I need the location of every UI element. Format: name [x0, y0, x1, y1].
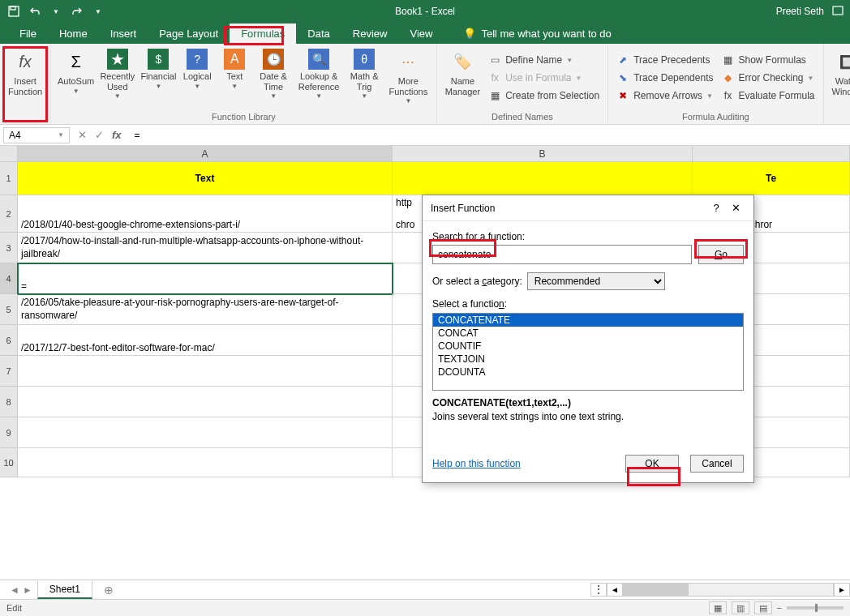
- name-box-dropdown-icon[interactable]: ▼: [58, 131, 64, 139]
- page-break-view-icon[interactable]: ▤: [754, 601, 772, 614]
- function-list-item[interactable]: DCOUNTA: [433, 366, 743, 379]
- user-name[interactable]: Preeti Seth: [776, 6, 824, 17]
- cell-a10[interactable]: [18, 448, 393, 477]
- row-header[interactable]: 1: [0, 162, 18, 195]
- scroll-thumb[interactable]: [624, 584, 689, 596]
- name-manager-button[interactable]: 🏷️Name Manager: [442, 45, 483, 110]
- sheet-nav-next-icon[interactable]: ►: [23, 584, 32, 596]
- search-function-input[interactable]: [432, 245, 692, 264]
- row-header[interactable]: 10: [0, 448, 18, 477]
- column-header-c[interactable]: [693, 146, 850, 162]
- tab-home[interactable]: Home: [48, 24, 99, 44]
- scroll-right-icon[interactable]: ►: [834, 583, 850, 597]
- formula-input[interactable]: =: [130, 128, 850, 143]
- more-functions-button[interactable]: ⋯More Functions▼: [385, 45, 431, 110]
- sheet-nav-prev-icon[interactable]: ◄: [10, 584, 19, 596]
- lookup-reference-button[interactable]: 🔍Lookup & Reference▼: [294, 45, 343, 110]
- zoom-slider[interactable]: [787, 606, 844, 610]
- cell-a4[interactable]: =: [18, 263, 393, 294]
- date-time-button[interactable]: 🕒Date & Time▼: [254, 45, 293, 110]
- row-header[interactable]: 5: [0, 294, 18, 325]
- cell-b1[interactable]: [393, 162, 693, 195]
- name-box[interactable]: A4▼: [3, 127, 70, 143]
- financial-button[interactable]: $Financial▼: [140, 45, 178, 110]
- function-list-item[interactable]: CONCAT: [433, 327, 743, 340]
- function-list-item[interactable]: CONCATENATE: [433, 314, 743, 327]
- redo-icon[interactable]: [70, 4, 84, 19]
- watch-window-button[interactable]: 🔲Watch Window: [829, 45, 850, 110]
- error-checking-button[interactable]: ◆Error Checking ▼: [718, 70, 818, 86]
- row-header[interactable]: 4: [0, 263, 18, 294]
- undo-icon[interactable]: [28, 4, 42, 19]
- enter-formula-icon[interactable]: ✓: [95, 129, 104, 141]
- autosum-button[interactable]: ΣAutoSum▼: [56, 45, 96, 110]
- category-select[interactable]: Recommended: [527, 272, 665, 290]
- row-header[interactable]: 3: [0, 233, 18, 263]
- select-all-corner[interactable]: [0, 146, 18, 162]
- tab-file[interactable]: File: [8, 24, 48, 44]
- function-list[interactable]: CONCATENATE CONCAT COUNTIF TEXTJOIN DCOU…: [432, 313, 744, 391]
- math-trig-button[interactable]: θMath & Trig▼: [345, 45, 384, 110]
- tab-data[interactable]: Data: [296, 24, 341, 44]
- define-name-button[interactable]: ▭Define Name ▼: [485, 52, 603, 68]
- cell-a1[interactable]: Text: [18, 162, 393, 195]
- trace-precedents-button[interactable]: ⬈Trace Precedents: [613, 52, 716, 68]
- fx-formula-icon[interactable]: fx: [112, 129, 122, 141]
- cell-a8[interactable]: [18, 387, 393, 417]
- go-button[interactable]: Go: [698, 245, 744, 264]
- tab-review[interactable]: Review: [341, 24, 399, 44]
- qat-customize-icon[interactable]: ▼: [91, 4, 105, 19]
- row-header[interactable]: 8: [0, 387, 18, 417]
- cancel-formula-icon[interactable]: ✕: [78, 129, 87, 141]
- function-list-item[interactable]: TEXTJOIN: [433, 353, 743, 366]
- create-from-selection-button[interactable]: ▦Create from Selection: [485, 88, 603, 104]
- page-layout-view-icon[interactable]: ▥: [732, 601, 749, 614]
- add-sheet-button[interactable]: ⊕: [97, 584, 120, 597]
- ribbon-display-icon[interactable]: [832, 6, 844, 18]
- tell-me-search[interactable]: 💡 Tell me what you want to do: [458, 24, 616, 44]
- cell-a2[interactable]: /2018/01/40-best-google-chrome-extension…: [18, 195, 393, 233]
- logical-button[interactable]: ?Logical▼: [179, 45, 215, 110]
- search-label: Search for a function:: [432, 231, 744, 242]
- row-header[interactable]: 7: [0, 356, 18, 387]
- tab-formulas[interactable]: Formulas: [230, 24, 296, 44]
- tab-insert[interactable]: Insert: [99, 24, 148, 44]
- cell-a5[interactable]: /2016/05/take-pleasure-at-your-risk-porn…: [18, 294, 393, 325]
- ok-button[interactable]: OK: [625, 455, 679, 473]
- horizontal-scrollbar[interactable]: ⋮ ◄ ►: [590, 583, 850, 597]
- scroll-split-icon[interactable]: ⋮: [590, 583, 607, 597]
- evaluate-formula-button[interactable]: fxEvaluate Formula: [718, 88, 818, 104]
- scroll-left-icon[interactable]: ◄: [607, 583, 623, 597]
- tab-view[interactable]: View: [398, 24, 444, 44]
- row-header[interactable]: 9: [0, 417, 18, 448]
- cell-a6[interactable]: /2017/12/7-best-font-editor-software-for…: [18, 325, 393, 356]
- cell-a9[interactable]: [18, 417, 393, 448]
- zoom-out-icon[interactable]: −: [777, 603, 782, 613]
- text-button[interactable]: AText▼: [217, 45, 252, 110]
- row-header[interactable]: 2: [0, 195, 18, 233]
- cell-a3[interactable]: /2017/04/how-to-install-and-run-multiple…: [18, 233, 393, 263]
- help-on-function-link[interactable]: Help on this function: [432, 458, 521, 469]
- use-in-formula-button[interactable]: fxUse in Formula ▼: [485, 70, 603, 86]
- trace-dependents-button[interactable]: ⬊Trace Dependents: [613, 70, 716, 86]
- row-header[interactable]: 6: [0, 325, 18, 356]
- cell-c1[interactable]: Te: [693, 162, 850, 195]
- cell-a7[interactable]: [18, 356, 393, 387]
- dialog-close-icon[interactable]: ✕: [726, 202, 745, 214]
- undo-dropdown-icon[interactable]: ▼: [49, 4, 63, 19]
- column-header-b[interactable]: B: [393, 146, 693, 162]
- recently-used-button[interactable]: ★Recently Used▼: [97, 45, 138, 110]
- sheet-tab[interactable]: Sheet1: [37, 581, 92, 599]
- column-header-a[interactable]: A: [18, 146, 393, 162]
- remove-arrows-button[interactable]: ✖Remove Arrows ▼: [613, 88, 716, 104]
- show-formulas-button[interactable]: ▦Show Formulas: [718, 52, 818, 68]
- save-icon[interactable]: [6, 4, 21, 19]
- insert-function-button[interactable]: fx Insert Function: [5, 45, 45, 110]
- cancel-button[interactable]: Cancel: [690, 455, 744, 473]
- dialog-help-icon[interactable]: ?: [706, 202, 726, 214]
- tab-page-layout[interactable]: Page Layout: [148, 24, 230, 44]
- scroll-track[interactable]: [623, 583, 834, 597]
- normal-view-icon[interactable]: ▦: [709, 601, 727, 614]
- function-list-item[interactable]: COUNTIF: [433, 340, 743, 353]
- remove-arrows-icon: ✖: [616, 89, 629, 102]
